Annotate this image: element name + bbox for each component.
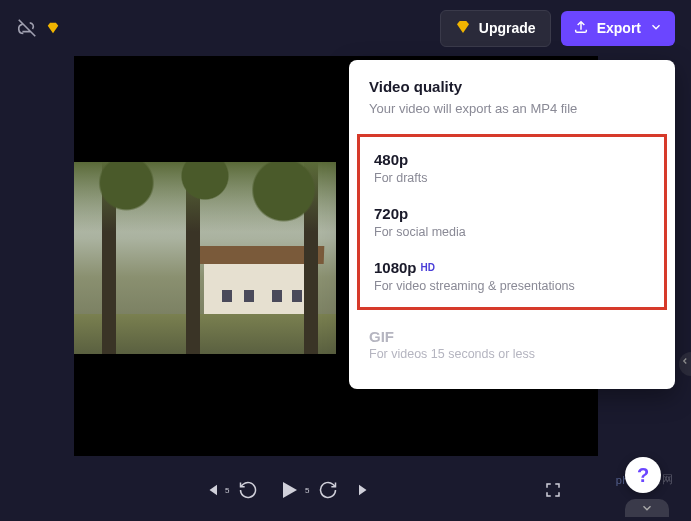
option-title: GIF xyxy=(369,328,655,345)
option-subtitle: For videos 15 seconds or less xyxy=(369,347,655,361)
hd-badge: HD xyxy=(421,262,435,273)
option-title: 480p xyxy=(374,151,408,168)
dropdown-header: Video quality Your video will export as … xyxy=(349,78,675,128)
play-icon[interactable] xyxy=(276,478,300,502)
upload-icon xyxy=(573,19,589,38)
topbar-left xyxy=(16,17,60,39)
quality-option-1080p[interactable]: 1080p HD For video streaming & presentat… xyxy=(360,249,664,303)
topbar-right: Upgrade Export xyxy=(440,10,675,47)
dropdown-title: Video quality xyxy=(369,78,655,95)
chevron-down-icon xyxy=(649,20,663,37)
option-subtitle: For video streaming & presentations xyxy=(374,279,650,293)
help-icon: ? xyxy=(637,464,649,487)
skip-end-icon[interactable] xyxy=(356,481,374,499)
topbar: Upgrade Export xyxy=(0,0,691,56)
help-button[interactable]: ? xyxy=(625,457,661,493)
option-subtitle: For social media xyxy=(374,225,650,239)
cloud-off-icon[interactable] xyxy=(16,17,38,39)
upgrade-label: Upgrade xyxy=(479,20,536,36)
quality-option-720p[interactable]: 720p For social media xyxy=(360,195,664,249)
option-title: 720p xyxy=(374,205,408,222)
skip-start-icon[interactable] xyxy=(202,481,220,499)
option-subtitle: For drafts xyxy=(374,171,650,185)
annotation-highlight: 480p For drafts 720p For social media 10… xyxy=(357,134,667,310)
forward-5-icon[interactable]: 5 xyxy=(318,480,338,500)
diamond-icon xyxy=(46,21,60,35)
fullscreen-icon[interactable] xyxy=(544,481,562,499)
export-label: Export xyxy=(597,20,641,36)
video-frame xyxy=(74,162,336,354)
player-controls: 5 5 xyxy=(74,468,598,512)
upgrade-button[interactable]: Upgrade xyxy=(440,10,551,47)
diamond-icon xyxy=(455,19,471,38)
rewind-5-icon[interactable]: 5 xyxy=(238,480,258,500)
quality-option-480p[interactable]: 480p For drafts xyxy=(360,141,664,195)
quality-option-gif[interactable]: GIF For videos 15 seconds or less xyxy=(349,318,675,371)
option-title: 1080p HD xyxy=(374,259,435,276)
export-button[interactable]: Export xyxy=(561,11,675,46)
dropdown-subtitle: Your video will export as an MP4 file xyxy=(369,101,655,116)
side-panel-toggle[interactable] xyxy=(679,352,691,376)
scroll-down-button[interactable] xyxy=(625,499,669,517)
export-quality-dropdown: Video quality Your video will export as … xyxy=(349,60,675,389)
